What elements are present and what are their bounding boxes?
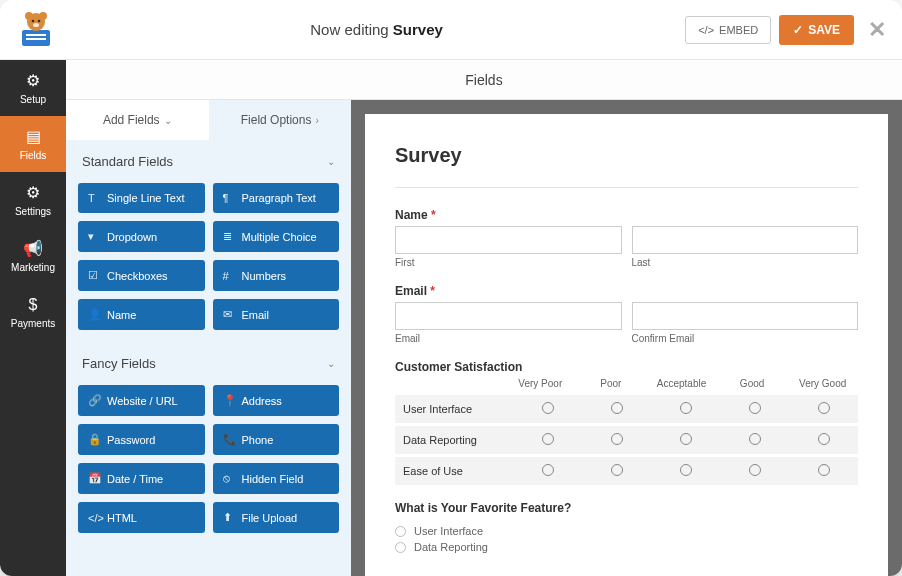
chip-label: Name [107,309,136,321]
pin-icon: 📍 [223,394,235,407]
nav-item-setup[interactable]: ⚙ Setup [0,60,66,116]
svg-point-6 [32,19,35,22]
radio-input[interactable] [749,464,761,476]
save-button[interactable]: ✓ SAVE [779,15,854,45]
nav-label: Payments [11,318,55,329]
field-password[interactable]: 🔒Password [78,424,205,455]
tab-field-options[interactable]: Field Options › [209,100,352,140]
option-label: User Interface [414,525,483,537]
option-row[interactable]: Data Reporting [395,539,858,555]
radio-input[interactable] [611,402,623,414]
scale-label: Acceptable [646,378,717,389]
nav-item-marketing[interactable]: 📢 Marketing [0,228,66,284]
field-block-email[interactable]: Email * Email Confirm Email [395,284,858,344]
radio-input[interactable] [395,542,406,553]
save-button-label: SAVE [808,23,840,37]
field-single-line-text[interactable]: TSingle Line Text [78,183,205,213]
field-label: Name * [395,208,858,222]
field-email[interactable]: ✉Email [213,299,340,330]
field-hidden[interactable]: ⦸Hidden Field [213,463,340,494]
field-multiple-choice[interactable]: ≣Multiple Choice [213,221,340,252]
gear-icon: ⚙ [26,71,40,90]
nav-label: Marketing [11,262,55,273]
field-numbers[interactable]: #Numbers [213,260,340,291]
radio-input[interactable] [395,526,406,537]
field-label: What is Your Favorite Feature? [395,501,858,515]
field-file-upload[interactable]: ⬆File Upload [213,502,340,533]
paragraph-icon: ¶ [223,192,235,204]
radio-input[interactable] [611,433,623,445]
scale-label: Very Poor [505,378,576,389]
chip-label: Address [242,395,282,407]
field-date-time[interactable]: 📅Date / Time [78,463,205,494]
nav-item-settings[interactable]: ⚙ Settings [0,172,66,228]
email-input[interactable] [395,302,622,330]
form-icon: ▤ [26,127,41,146]
chevron-right-icon: › [315,115,318,126]
chevron-down-icon: ⌄ [164,115,172,126]
field-checkboxes[interactable]: ☑Checkboxes [78,260,205,291]
hash-icon: # [223,270,235,282]
chip-label: Single Line Text [107,192,184,204]
likert-row: Data Reporting [395,426,858,454]
radio-input[interactable] [749,402,761,414]
chip-label: HTML [107,512,137,524]
field-label: Customer Satisfaction [395,360,858,374]
chip-label: Password [107,434,155,446]
chevron-down-icon: ⌄ [327,358,335,369]
radio-input[interactable] [680,464,692,476]
scale-label: Very Good [787,378,858,389]
field-phone[interactable]: 📞Phone [213,424,340,455]
nav-label: Fields [20,150,47,161]
code-icon: </> [698,24,714,36]
close-icon[interactable]: ✕ [868,17,886,43]
radio-input[interactable] [542,402,554,414]
option-row[interactable]: User Interface [395,523,858,539]
field-dropdown[interactable]: ▾Dropdown [78,221,205,252]
code-icon: </> [88,512,100,524]
page-title: Now editing Survey [68,21,685,38]
svg-rect-2 [26,38,46,40]
chip-label: Date / Time [107,473,163,485]
field-website-url[interactable]: 🔗Website / URL [78,385,205,416]
tab-add-fields[interactable]: Add Fields ⌄ [66,100,209,140]
nav-item-payments[interactable]: $ Payments [0,284,66,340]
phone-icon: 📞 [223,433,235,446]
field-block-likert[interactable]: Customer Satisfaction Very Poor Poor Acc… [395,360,858,485]
nav-item-fields[interactable]: ▤ Fields [0,116,66,172]
email-confirm-input[interactable] [632,302,859,330]
radio-input[interactable] [542,464,554,476]
group-header-standard[interactable]: Standard Fields ⌄ [66,140,351,183]
radio-input[interactable] [818,464,830,476]
required-mark: * [431,208,436,222]
likert-row-label: Data Reporting [403,434,513,446]
radio-input[interactable] [611,464,623,476]
field-block-name[interactable]: Name * First Last [395,208,858,268]
field-paragraph-text[interactable]: ¶Paragraph Text [213,183,340,213]
svg-rect-1 [26,34,46,36]
embed-button[interactable]: </> EMBED [685,16,771,44]
field-block-favorite[interactable]: What is Your Favorite Feature? User Inte… [395,501,858,555]
chevron-down-icon: ⌄ [327,156,335,167]
form-preview[interactable]: Survey Name * First Last [365,114,888,576]
radio-input[interactable] [680,402,692,414]
radio-input[interactable] [680,433,692,445]
name-last-input[interactable] [632,226,859,254]
group-header-fancy[interactable]: Fancy Fields ⌄ [66,342,351,385]
name-first-input[interactable] [395,226,622,254]
field-html[interactable]: </>HTML [78,502,205,533]
radio-input[interactable] [542,433,554,445]
chip-label: Numbers [242,270,287,282]
svg-point-5 [39,12,47,20]
radio-input[interactable] [818,402,830,414]
chip-label: Email [242,309,270,321]
field-name[interactable]: 👤Name [78,299,205,330]
group-title: Standard Fields [82,154,173,169]
radio-input[interactable] [749,433,761,445]
chip-label: Paragraph Text [242,192,316,204]
nav-label: Setup [20,94,46,105]
nav-rail: ⚙ Setup ▤ Fields ⚙ Settings 📢 Marketing … [0,60,66,576]
field-address[interactable]: 📍Address [213,385,340,416]
sublabel: Last [632,257,859,268]
radio-input[interactable] [818,433,830,445]
